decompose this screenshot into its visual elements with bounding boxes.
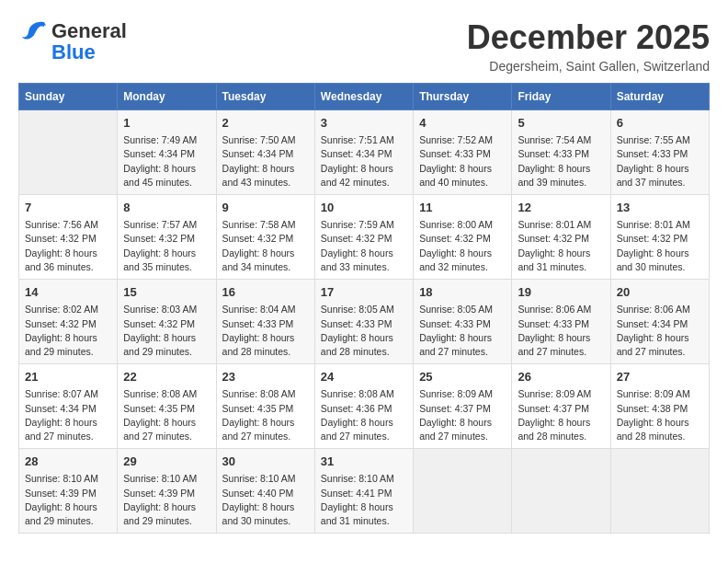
day-info: Sunrise: 8:10 AM Sunset: 4:39 PM Dayligh… <box>123 472 210 528</box>
calendar-cell: 2Sunrise: 7:50 AM Sunset: 4:34 PM Daylig… <box>216 110 314 195</box>
day-info: Sunrise: 8:01 AM Sunset: 4:32 PM Dayligh… <box>518 218 604 274</box>
calendar-cell: 19Sunrise: 8:06 AM Sunset: 4:33 PM Dayli… <box>512 280 610 364</box>
calendar-cell: 20Sunrise: 8:06 AM Sunset: 4:34 PM Dayli… <box>610 280 709 364</box>
day-number: 24 <box>321 369 407 385</box>
calendar-cell: 10Sunrise: 7:59 AM Sunset: 4:32 PM Dayli… <box>314 195 413 280</box>
day-number: 27 <box>617 369 703 385</box>
calendar-cell: 6Sunrise: 7:55 AM Sunset: 4:33 PM Daylig… <box>610 110 709 195</box>
day-number: 13 <box>617 200 703 216</box>
day-info: Sunrise: 7:56 AM Sunset: 4:32 PM Dayligh… <box>25 218 111 274</box>
day-info: Sunrise: 7:49 AM Sunset: 4:34 PM Dayligh… <box>123 133 210 190</box>
day-info: Sunrise: 8:09 AM Sunset: 4:38 PM Dayligh… <box>617 387 703 443</box>
day-info: Sunrise: 7:54 AM Sunset: 4:33 PM Dayligh… <box>518 133 604 190</box>
day-number: 11 <box>419 200 506 216</box>
day-info: Sunrise: 7:51 AM Sunset: 4:34 PM Dayligh… <box>321 133 407 190</box>
day-info: Sunrise: 8:10 AM Sunset: 4:40 PM Dayligh… <box>222 472 309 528</box>
day-number: 31 <box>321 454 407 470</box>
calendar-cell: 13Sunrise: 8:01 AM Sunset: 4:32 PM Dayli… <box>610 195 709 280</box>
day-number: 20 <box>617 284 703 301</box>
calendar-cell: 28Sunrise: 8:10 AM Sunset: 4:39 PM Dayli… <box>19 449 118 534</box>
day-info: Sunrise: 8:05 AM Sunset: 4:33 PM Dayligh… <box>419 303 506 359</box>
logo: General Blue <box>18 18 127 64</box>
day-info: Sunrise: 8:01 AM Sunset: 4:32 PM Dayligh… <box>617 218 703 274</box>
header-friday: Friday <box>512 84 610 110</box>
day-number: 15 <box>123 284 210 301</box>
calendar-cell: 18Sunrise: 8:05 AM Sunset: 4:33 PM Dayli… <box>414 280 512 364</box>
day-info: Sunrise: 8:04 AM Sunset: 4:33 PM Dayligh… <box>222 303 309 359</box>
day-number: 9 <box>222 200 309 216</box>
header-thursday: Thursday <box>414 84 512 110</box>
day-number: 10 <box>321 200 407 216</box>
day-number: 4 <box>419 115 506 132</box>
calendar-cell: 12Sunrise: 8:01 AM Sunset: 4:32 PM Dayli… <box>512 195 610 280</box>
calendar-cell: 16Sunrise: 8:04 AM Sunset: 4:33 PM Dayli… <box>216 280 314 364</box>
logo-blue: Blue <box>51 40 96 64</box>
title-section: December 2025 Degersheim, Saint Gallen, … <box>467 18 710 74</box>
day-number: 1 <box>123 115 210 132</box>
header-tuesday: Tuesday <box>216 84 314 110</box>
calendar-cell: 3Sunrise: 7:51 AM Sunset: 4:34 PM Daylig… <box>314 110 413 195</box>
calendar-cell: 1Sunrise: 7:49 AM Sunset: 4:34 PM Daylig… <box>118 110 216 195</box>
calendar-cell: 21Sunrise: 8:07 AM Sunset: 4:34 PM Dayli… <box>19 364 118 449</box>
calendar-cell <box>512 449 610 534</box>
calendar-cell: 17Sunrise: 8:05 AM Sunset: 4:33 PM Dayli… <box>314 280 413 364</box>
header-sunday: Sunday <box>19 84 118 110</box>
calendar-header-row: SundayMondayTuesdayWednesdayThursdayFrid… <box>19 84 710 110</box>
day-info: Sunrise: 7:52 AM Sunset: 4:33 PM Dayligh… <box>419 133 506 190</box>
day-number: 12 <box>518 200 604 216</box>
location-subtitle: Degersheim, Saint Gallen, Switzerland <box>467 59 710 74</box>
day-number: 23 <box>222 369 309 385</box>
day-number: 17 <box>321 284 407 301</box>
day-info: Sunrise: 8:10 AM Sunset: 4:41 PM Dayligh… <box>321 472 407 528</box>
day-info: Sunrise: 8:09 AM Sunset: 4:37 PM Dayligh… <box>419 387 506 443</box>
day-info: Sunrise: 8:10 AM Sunset: 4:39 PM Dayligh… <box>25 472 111 528</box>
calendar-table: SundayMondayTuesdayWednesdayThursdayFrid… <box>18 83 710 534</box>
day-number: 29 <box>123 454 210 470</box>
day-number: 22 <box>123 369 210 385</box>
calendar-week-3: 14Sunrise: 8:02 AM Sunset: 4:32 PM Dayli… <box>19 280 710 364</box>
day-info: Sunrise: 7:59 AM Sunset: 4:32 PM Dayligh… <box>321 218 407 274</box>
header-wednesday: Wednesday <box>314 84 413 110</box>
day-number: 19 <box>518 284 604 301</box>
calendar-cell: 8Sunrise: 7:57 AM Sunset: 4:32 PM Daylig… <box>118 195 216 280</box>
calendar-cell: 27Sunrise: 8:09 AM Sunset: 4:38 PM Dayli… <box>610 364 709 449</box>
calendar-cell: 25Sunrise: 8:09 AM Sunset: 4:37 PM Dayli… <box>414 364 512 449</box>
calendar-cell: 15Sunrise: 8:03 AM Sunset: 4:32 PM Dayli… <box>118 280 216 364</box>
day-number: 6 <box>617 115 703 132</box>
day-info: Sunrise: 8:06 AM Sunset: 4:33 PM Dayligh… <box>518 303 604 359</box>
header-saturday: Saturday <box>610 84 709 110</box>
calendar-cell: 22Sunrise: 8:08 AM Sunset: 4:35 PM Dayli… <box>118 364 216 449</box>
day-info: Sunrise: 7:50 AM Sunset: 4:34 PM Dayligh… <box>222 133 309 190</box>
day-number: 8 <box>123 200 210 216</box>
day-number: 18 <box>419 284 506 301</box>
calendar-cell: 31Sunrise: 8:10 AM Sunset: 4:41 PM Dayli… <box>314 449 413 534</box>
calendar-week-1: 1Sunrise: 7:49 AM Sunset: 4:34 PM Daylig… <box>19 110 710 195</box>
day-number: 26 <box>518 369 604 385</box>
day-number: 14 <box>25 284 111 301</box>
day-info: Sunrise: 8:06 AM Sunset: 4:34 PM Dayligh… <box>617 303 703 359</box>
day-number: 25 <box>419 369 506 385</box>
calendar-week-4: 21Sunrise: 8:07 AM Sunset: 4:34 PM Dayli… <box>19 364 710 449</box>
page-header: General Blue December 2025 Degersheim, S… <box>18 18 710 74</box>
calendar-cell: 29Sunrise: 8:10 AM Sunset: 4:39 PM Dayli… <box>118 449 216 534</box>
day-info: Sunrise: 8:07 AM Sunset: 4:34 PM Dayligh… <box>25 387 111 443</box>
calendar-week-2: 7Sunrise: 7:56 AM Sunset: 4:32 PM Daylig… <box>19 195 710 280</box>
calendar-cell: 9Sunrise: 7:58 AM Sunset: 4:32 PM Daylig… <box>216 195 314 280</box>
day-info: Sunrise: 7:58 AM Sunset: 4:32 PM Dayligh… <box>222 218 309 274</box>
calendar-cell: 14Sunrise: 8:02 AM Sunset: 4:32 PM Dayli… <box>19 280 118 364</box>
day-number: 28 <box>25 454 111 470</box>
day-number: 2 <box>222 115 309 132</box>
calendar-cell <box>19 110 118 195</box>
calendar-cell <box>610 449 709 534</box>
day-info: Sunrise: 7:55 AM Sunset: 4:33 PM Dayligh… <box>617 133 703 190</box>
day-number: 30 <box>222 454 309 470</box>
calendar-cell: 11Sunrise: 8:00 AM Sunset: 4:32 PM Dayli… <box>414 195 512 280</box>
calendar-cell: 7Sunrise: 7:56 AM Sunset: 4:32 PM Daylig… <box>19 195 118 280</box>
day-number: 21 <box>25 369 111 385</box>
calendar-week-5: 28Sunrise: 8:10 AM Sunset: 4:39 PM Dayli… <box>19 449 710 534</box>
calendar-cell: 23Sunrise: 8:08 AM Sunset: 4:35 PM Dayli… <box>216 364 314 449</box>
day-info: Sunrise: 7:57 AM Sunset: 4:32 PM Dayligh… <box>123 218 210 274</box>
day-number: 3 <box>321 115 407 132</box>
day-number: 5 <box>518 115 604 132</box>
logo-bird-icon <box>18 18 48 44</box>
